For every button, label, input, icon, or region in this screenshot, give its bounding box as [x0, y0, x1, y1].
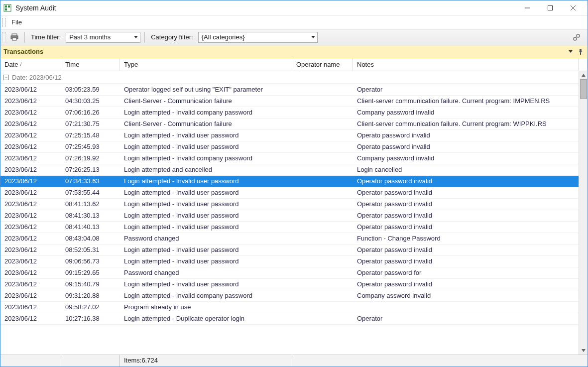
table-row[interactable]: 2023/06/1209:15:40.79Login attempted - I… [0, 279, 579, 290]
cell-type: Login attempted - Invalid user password [120, 222, 292, 233]
table-row[interactable]: 2023/06/1208:41:40.13Login attempted - I… [0, 222, 579, 233]
cell-date: 2023/06/12 [0, 84, 61, 95]
category-filter-dropdown[interactable]: {All categories} [198, 32, 318, 43]
cell-type: Login attempted - Invalid user password [120, 187, 292, 198]
cell-date: 2023/06/12 [0, 187, 61, 198]
cell-op [292, 84, 353, 95]
table-row[interactable]: 2023/06/1204:30:03.25Client-Server - Com… [0, 96, 579, 107]
cell-time: 08:41:40.13 [61, 222, 120, 233]
status-cell [0, 355, 61, 367]
cell-date: 2023/06/12 [0, 279, 61, 290]
chevron-down-icon [311, 36, 315, 38]
col-operator[interactable]: Operator name [292, 58, 353, 71]
cell-type: Client-Server - Communication failure [120, 119, 292, 129]
table-row[interactable]: 2023/06/1209:58:27.02Program already in … [0, 302, 579, 313]
svg-rect-1 [5, 5, 7, 7]
cell-type: Client-Server - Communication failure [120, 96, 292, 107]
svg-rect-8 [12, 34, 17, 36]
table-row[interactable]: 2023/06/1208:41:30.13Login attempted - I… [0, 210, 579, 222]
table-row[interactable]: 2023/06/1208:52:05.31Login attempted - I… [0, 245, 579, 256]
collapse-icon[interactable]: − [3, 75, 9, 80]
table-row[interactable]: 2023/06/1207:34:33.63Login attempted - I… [0, 176, 579, 187]
cell-time: 09:15:40.79 [61, 279, 120, 290]
pin-button[interactable] [577, 48, 585, 56]
table-row[interactable]: 2023/06/1203:05:23.59Operator logged sel… [0, 84, 579, 96]
cell-type: Password changed [120, 267, 292, 278]
cell-date: 2023/06/12 [0, 290, 61, 301]
cell-date: 2023/06/12 [0, 267, 61, 278]
cell-date: 2023/06/12 [0, 245, 61, 255]
cell-notes: Company password invalid [353, 153, 579, 164]
group-label: Date: 2023/06/12 [12, 74, 62, 81]
cell-op [292, 233, 353, 244]
toolbar: Time filter: Past 3 months Category filt… [0, 29, 588, 45]
svg-rect-10 [12, 38, 16, 40]
cell-notes: Function - Change Password [353, 233, 579, 244]
cell-notes: Operator password invalid [353, 256, 579, 267]
table-row[interactable]: 2023/06/1207:25:45.93Login attempted - I… [0, 141, 579, 153]
cell-notes: Operator password invalid [353, 210, 579, 221]
cell-type: Password changed [120, 233, 292, 244]
panel-dropdown-button[interactable] [567, 48, 575, 56]
status-bar: Items:6,724 [0, 355, 588, 367]
app-icon [3, 4, 11, 12]
cell-time: 09:15:29.65 [61, 267, 120, 278]
cell-date: 2023/06/12 [0, 130, 61, 141]
cell-date: 2023/06/12 [0, 176, 61, 187]
cell-date: 2023/06/12 [0, 119, 61, 129]
table-row[interactable]: 2023/06/1208:41:13.62Login attempted - I… [0, 199, 579, 210]
table-row[interactable]: 2023/06/1207:26:25.13Login attempted and… [0, 164, 579, 176]
svg-point-11 [574, 37, 577, 40]
cell-date: 2023/06/12 [0, 222, 61, 233]
cell-time: 09:58:27.02 [61, 302, 120, 313]
scroll-thumb[interactable] [580, 79, 587, 99]
cell-time: 07:25:45.93 [61, 141, 120, 152]
menu-file[interactable]: File [7, 16, 26, 28]
cell-date: 2023/06/12 [0, 199, 61, 210]
scroll-track[interactable] [580, 79, 588, 347]
table-row[interactable]: 2023/06/1209:31:20.88Login attempted - I… [0, 290, 579, 302]
cell-op [292, 119, 353, 129]
table-row[interactable]: 2023/06/1207:26:19.92Login attempted - I… [0, 153, 579, 164]
table-row[interactable]: 2023/06/1209:06:56.73Login attempted - I… [0, 256, 579, 267]
cell-notes: Operator [353, 84, 579, 95]
scroll-down-icon[interactable] [580, 347, 588, 355]
close-button[interactable] [562, 1, 585, 15]
cell-date: 2023/06/12 [0, 107, 61, 118]
cell-time: 07:26:25.13 [61, 164, 120, 175]
cell-notes: Operato password invalid [353, 130, 579, 141]
titlebar: System Audit [0, 0, 588, 15]
maximize-button[interactable] [539, 1, 562, 15]
table-row[interactable]: 2023/06/1207:53:55.44Login attempted - I… [0, 187, 579, 199]
cell-notes: Login cancelled [353, 164, 579, 175]
group-row[interactable]: − Date: 2023/06/12 [0, 71, 579, 84]
time-filter-value: Past 3 months [69, 33, 131, 41]
cell-notes [353, 302, 579, 313]
cell-type: Login attempted - Invalid company passwo… [120, 107, 292, 118]
minimize-button[interactable] [516, 1, 539, 15]
cell-op [292, 245, 353, 255]
table-row[interactable]: 2023/06/1207:21:30.75Client-Server - Com… [0, 119, 579, 130]
cell-date: 2023/06/12 [0, 233, 61, 244]
settings-button[interactable] [571, 31, 583, 43]
col-time[interactable]: Time [61, 58, 120, 71]
table-row[interactable]: 2023/06/1207:06:16.26Login attempted - I… [0, 107, 579, 119]
cell-op [292, 267, 353, 278]
table-row[interactable]: 2023/06/1209:15:29.65Password changedOpe… [0, 267, 579, 279]
table-row[interactable]: 2023/06/1208:43:04.08Password changedFun… [0, 233, 579, 245]
vertical-scrollbar[interactable] [579, 71, 588, 355]
cell-op [292, 313, 353, 324]
time-filter-dropdown[interactable]: Past 3 months [66, 32, 140, 43]
scroll-up-icon[interactable] [580, 71, 588, 79]
data-grid: Date/ Time Type Operator name Notes − Da… [0, 58, 588, 367]
col-type[interactable]: Type [120, 58, 292, 71]
print-button[interactable] [8, 31, 20, 43]
table-row[interactable]: 2023/06/1210:27:16.38Login attempted - D… [0, 313, 579, 325]
cell-time: 07:21:30.75 [61, 119, 120, 129]
cell-time: 07:06:16.26 [61, 107, 120, 118]
chevron-down-icon [134, 36, 138, 38]
col-date[interactable]: Date/ [0, 58, 61, 71]
status-cell [292, 355, 588, 367]
table-row[interactable]: 2023/06/1207:25:15.48Login attempted - I… [0, 130, 579, 141]
col-notes[interactable]: Notes [353, 58, 579, 71]
